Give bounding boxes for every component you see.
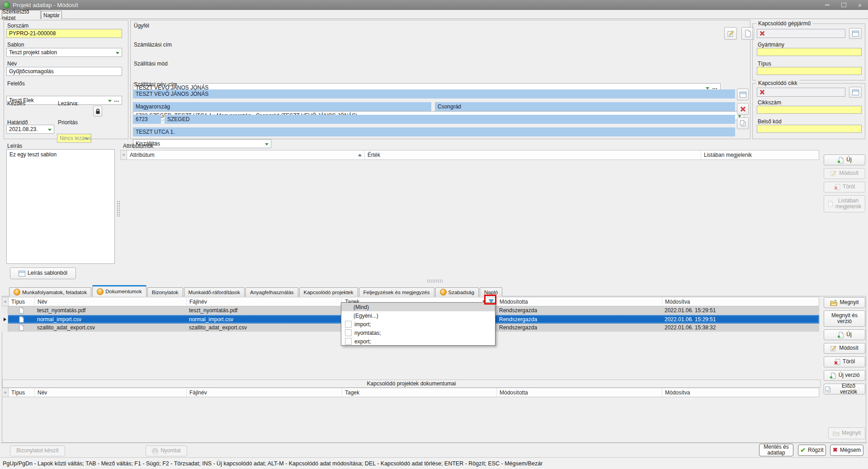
filter-option-import[interactable]: import;	[341, 320, 495, 328]
filter-option-egyeni[interactable]: (Egyéni...)	[341, 311, 495, 320]
uj-button[interactable]: Új	[824, 329, 865, 340]
column-tagek[interactable]: Tagek	[342, 388, 497, 397]
article-picker-button[interactable]	[849, 87, 862, 98]
gyartmany-input[interactable]	[757, 48, 862, 56]
vertical-splitter[interactable]	[117, 201, 120, 217]
tab-anyagfelhasznalas[interactable]: Anyagfelhasználás	[245, 287, 298, 296]
tab-kapcsolodo-projektek[interactable]: Kapcsolódó projektek	[299, 287, 358, 296]
tab-szabadsag[interactable]: ! Szabadság	[435, 287, 479, 296]
close-button[interactable]: ×	[852, 0, 868, 10]
leiras-sablonbol-button[interactable]: Leírás sablonból	[10, 267, 76, 279]
bizonylatot-keszit-button[interactable]: Bizonylatot készít	[10, 446, 65, 456]
projekt-adatlap-window: Projekt adatlap - Módosít × Szerkesztő n…	[0, 0, 868, 469]
szallitasi-nev-field[interactable]: TESZT VEVŐ JÁNOS JÓNÁS	[133, 89, 735, 98]
button-label: Megnyit	[842, 430, 861, 436]
leiras-textarea[interactable]: Ez egy teszt sablon	[6, 149, 115, 264]
address-clear-button[interactable]	[737, 103, 749, 115]
cikkszam-input[interactable]	[757, 106, 862, 114]
tipus-input[interactable]	[757, 67, 862, 75]
iranyitoszam-field[interactable]: 6723	[133, 115, 161, 124]
szallitasi-mod-combo[interactable]: Kiszállítás	[133, 139, 271, 148]
address-copy-button[interactable]	[737, 117, 749, 129]
column-ertek[interactable]: Érték	[365, 150, 701, 159]
modosit-button[interactable]: Módosít	[824, 343, 865, 354]
varos-field[interactable]: SZEGED	[165, 115, 735, 124]
vehicle-field[interactable]	[757, 29, 845, 38]
tab-naptar[interactable]: Naptár	[41, 11, 62, 19]
column-tipus[interactable]: Típus	[9, 297, 35, 306]
lock-button[interactable]	[93, 106, 102, 117]
tab-dokumentumok[interactable]: ! Dokumentumok	[92, 285, 146, 296]
attribute-torol-button[interactable]: Töröl	[824, 182, 865, 192]
column-modositotta[interactable]: Módosította	[497, 388, 662, 397]
column-label: Név	[38, 389, 47, 396]
article-field[interactable]	[757, 88, 845, 97]
filter-option-nyomtatas[interactable]: nyomtatas;	[341, 328, 495, 337]
tab-feljegyzesek[interactable]: Feljegyzések és megjegyzés	[359, 287, 434, 296]
address-picker-button[interactable]	[737, 89, 749, 100]
uj-verzio-button[interactable]: Új verzió	[824, 370, 865, 381]
filter-option-export[interactable]: export;	[341, 337, 495, 346]
iranyitoszam-value: 6723	[136, 116, 148, 122]
tab-bizonylatok[interactable]: Bizonylatok	[147, 287, 183, 296]
kezdes-date-combo[interactable]: 2021.08.23.	[6, 125, 54, 134]
attribute-uj-button[interactable]: Új	[824, 155, 865, 165]
attribute-modosit-button[interactable]: Módosít	[824, 168, 865, 179]
column-nev[interactable]: Név	[35, 297, 187, 306]
orszag-field[interactable]: Magyarország	[133, 102, 431, 111]
checkbox[interactable]	[345, 329, 352, 336]
vehicle-picker-button[interactable]	[849, 28, 862, 39]
open-folder-icon	[833, 431, 840, 436]
tab-munkafolyamatok[interactable]: ! Munkafolyamatok, feladatok	[9, 287, 91, 296]
mentes-es-adatlap-button[interactable]: Mentés és adatlap	[759, 444, 793, 456]
column-label: Attribútum	[130, 152, 155, 158]
button-label: Töröl	[843, 359, 855, 365]
torol-button[interactable]: Töröl	[824, 356, 865, 367]
column-modositotta[interactable]: Módosította	[497, 297, 662, 306]
megsem-button[interactable]: ✖ Mégsem	[830, 445, 863, 456]
edit-customer-button[interactable]	[724, 27, 737, 40]
attribute-listaban-megjelenik-button[interactable]: Listában megjelenik	[824, 195, 865, 212]
horizontal-splitter[interactable]	[427, 279, 443, 282]
column-modositva[interactable]: Módosítva	[662, 297, 819, 306]
nev-input[interactable]: Gyűjtőcsomagolás	[6, 67, 122, 76]
maximize-button[interactable]	[835, 0, 852, 10]
related-docs-megnyit-button[interactable]: Megnyit	[828, 427, 865, 439]
checkbox[interactable]	[345, 321, 352, 328]
megnyit-button[interactable]: Megnyit	[824, 297, 865, 308]
column-nev[interactable]: Név	[35, 388, 187, 397]
utca-field[interactable]: TESZT UTCA 1.	[133, 127, 735, 136]
column-modositva[interactable]: Módosítva	[662, 388, 819, 397]
tab-munkaido-raforditasok[interactable]: Munkaidő-ráfordítások	[184, 287, 245, 296]
column-tipus[interactable]: Típus	[9, 388, 35, 397]
elozo-verziok-button[interactable]: Előző verziók	[824, 384, 865, 394]
minimize-button[interactable]	[819, 0, 835, 10]
belso-kod-input[interactable]	[757, 125, 862, 133]
column-fajlnev[interactable]: Fájlnév	[187, 297, 342, 306]
current-row-marker-icon	[4, 318, 6, 321]
sablon-combo[interactable]: Teszt projekt sablon	[6, 48, 122, 57]
button-label: Megnyit és verzió	[829, 313, 860, 324]
related-docs-table-header: ✳ Típus Név Fájlnév Tagek Módosította Mó…	[2, 388, 819, 397]
modified-by-cell: Rendszergazda	[496, 324, 662, 332]
tab-szerkeszto-nezet[interactable]: Szerkesztő nézet	[2, 10, 41, 19]
nyomtat-button[interactable]: Nyomtat	[146, 446, 187, 456]
filter-option-mind[interactable]: (Mind)	[341, 303, 495, 311]
sorszam-input[interactable]: PYPRO-21-000008	[6, 29, 122, 38]
column-fajlnev[interactable]: Fájlnév	[187, 388, 342, 397]
sort-ascending-icon	[358, 154, 362, 156]
status-text: PgUp/PgDn - Lapok közti váltás; TAB - Me…	[3, 460, 542, 467]
megnyit-es-verzio-button[interactable]: Megnyit és verzió	[824, 310, 865, 327]
column-listaban-megjelenik[interactable]: Listában megjelenik	[701, 150, 819, 159]
checkbox[interactable]	[345, 338, 352, 345]
close-icon: ×	[858, 1, 862, 9]
tipus-label: Típus	[758, 61, 771, 67]
tab-label: Szabadság	[448, 290, 475, 295]
megye-field[interactable]: Csongrád	[435, 102, 735, 111]
lezarva-combo[interactable]: Nincs lezárva	[57, 134, 91, 143]
szallitasi-mod-label: Szállítási mód	[134, 61, 168, 67]
rogzit-button[interactable]: ✔ Rögzít	[798, 445, 826, 456]
column-label: Listában megjelenik	[704, 152, 752, 158]
asterisk-icon: ✳	[4, 390, 7, 395]
column-attributum[interactable]: Attribútum	[127, 150, 365, 159]
